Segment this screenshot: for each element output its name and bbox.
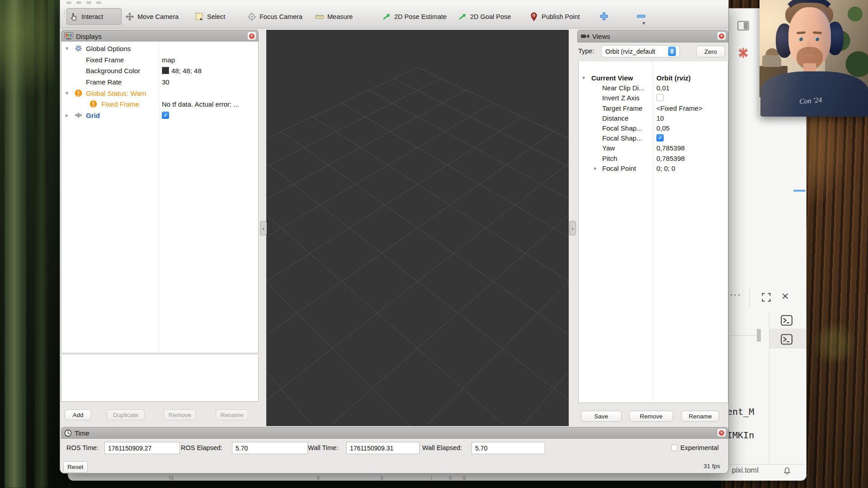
view-property-row[interactable]: ▾Current ViewOrbit (rviz) bbox=[579, 73, 728, 83]
webcam-overlay: Con '24 bbox=[760, 0, 868, 117]
view-property-value: 0,05 bbox=[656, 124, 670, 132]
expander-down-icon[interactable]: ▾ bbox=[66, 90, 68, 96]
tool-measure[interactable]: Measure bbox=[312, 8, 362, 25]
measure-icon bbox=[315, 12, 324, 21]
view-property-checkbox[interactable] bbox=[656, 94, 664, 101]
maximize-panel-icon[interactable] bbox=[761, 292, 771, 302]
time-field-input[interactable]: 5.70 bbox=[472, 442, 545, 454]
view-type-value: Orbit (rviz_default bbox=[602, 48, 668, 55]
rename-view-button[interactable]: Rename bbox=[682, 411, 719, 421]
tree-label: Fixed Frame bbox=[86, 56, 124, 63]
grid-plane bbox=[266, 30, 569, 426]
enabled-checkbox[interactable]: ✓ bbox=[162, 112, 169, 119]
views-panel-header[interactable]: Views ✕ bbox=[577, 30, 728, 42]
view-property-row[interactable]: Pitch0,785398 bbox=[579, 153, 728, 163]
tool-add-tool[interactable] bbox=[595, 10, 613, 23]
blue-accent-dash bbox=[793, 190, 806, 192]
expander-right-icon[interactable]: ▸ bbox=[594, 165, 597, 171]
view-property-row[interactable]: Focal Shap...0,05 bbox=[579, 123, 728, 133]
view-property-row[interactable]: Target Frame<Fixed Frame> bbox=[579, 103, 728, 113]
tool-label: 2D Goal Pose bbox=[470, 13, 511, 20]
close-icon: ✕ bbox=[719, 430, 724, 436]
plus-icon bbox=[599, 12, 609, 21]
expander-down-icon[interactable]: ▾ bbox=[582, 75, 585, 81]
hide-left-panel-chevron[interactable]: ‹ bbox=[260, 221, 267, 235]
add-display-button[interactable]: Add bbox=[65, 410, 91, 420]
tree-row[interactable]: ▾Global Status: Warn bbox=[61, 87, 258, 99]
tool-publish-point[interactable]: Publish Point bbox=[527, 8, 584, 25]
view-property-value: 0,785398 bbox=[656, 154, 685, 162]
tree-row[interactable]: Fixed Framemap bbox=[61, 54, 258, 66]
close-icon: ✕ bbox=[719, 33, 724, 39]
view-property-checkbox[interactable]: ✓ bbox=[656, 134, 664, 141]
views-close-button[interactable]: ✕ bbox=[717, 32, 726, 40]
editor-divider bbox=[769, 311, 769, 464]
rename-display-button: Rename bbox=[216, 410, 248, 420]
close-panel-icon[interactable]: ✕ bbox=[781, 291, 789, 302]
expander-right-icon[interactable]: ▸ bbox=[66, 112, 68, 118]
panel-divider bbox=[749, 288, 750, 308]
view-property-row[interactable]: Focal Shap...✓ bbox=[579, 133, 728, 143]
time-field-input[interactable]: 1761150909.27 bbox=[104, 442, 180, 454]
warm-light-overlay bbox=[760, 0, 868, 117]
tree-row[interactable]: Frame Rate30 bbox=[61, 76, 258, 88]
view-property-label: Pitch bbox=[602, 154, 617, 162]
scrollbar-thumb[interactable] bbox=[757, 329, 761, 342]
tree-row[interactable]: Fixed FrameNo tf data. Actual error: ... bbox=[61, 99, 258, 110]
tool-2d-goal-pose[interactable]: 2D Goal Pose bbox=[455, 8, 514, 25]
rviz-window: ⋮⋮ InteractMove CameraSelectFocus Camera… bbox=[60, 0, 729, 474]
3d-viewport[interactable] bbox=[266, 30, 569, 426]
view-type-dropdown[interactable]: Orbit (rviz_default bbox=[602, 46, 679, 57]
view-property-value: 0; 0; 0 bbox=[656, 164, 675, 172]
views-list: ▾Current ViewOrbit (rviz)Near Clip Di...… bbox=[578, 61, 728, 403]
titlebar-mark bbox=[86, 1, 91, 4]
tree-row[interactable]: ▾Global Options bbox=[61, 43, 258, 54]
tree-row[interactable]: Background Color48; 48; 48 bbox=[61, 65, 258, 76]
toolbar-overflow-chevron-icon[interactable]: ▾ bbox=[642, 20, 645, 26]
tool-select[interactable]: Select bbox=[192, 8, 236, 25]
time-panel-header[interactable]: Time ✕ bbox=[61, 427, 728, 439]
time-field-input[interactable]: 5.70 bbox=[232, 442, 308, 454]
tree-row[interactable]: ▸Grid✓ bbox=[61, 110, 258, 121]
bell-icon[interactable] bbox=[783, 467, 791, 475]
time-field-input[interactable]: 1761150909.31 bbox=[346, 442, 420, 454]
extension-asterisk-icon[interactable] bbox=[737, 47, 749, 59]
tree-label: Frame Rate bbox=[86, 78, 122, 86]
reset-button[interactable]: Reset bbox=[64, 462, 87, 472]
experimental-checkbox[interactable] bbox=[671, 445, 678, 451]
displays-close-button[interactable]: ✕ bbox=[248, 32, 256, 40]
tool-remove-tool[interactable] bbox=[632, 10, 650, 23]
terminal-icon[interactable] bbox=[781, 315, 793, 326]
terminal-icon[interactable] bbox=[781, 334, 793, 345]
more-actions-icon[interactable]: ··· bbox=[730, 289, 741, 300]
sidebar-layout-icon[interactable] bbox=[737, 21, 749, 31]
expander-down-icon[interactable]: ▾ bbox=[66, 45, 68, 52]
view-property-row[interactable]: Invert Z Axis bbox=[579, 93, 728, 103]
view-property-label: Near Clip Di... bbox=[602, 84, 644, 92]
tool-interact[interactable]: Interact bbox=[66, 8, 122, 25]
zero-button[interactable]: Zero bbox=[697, 46, 725, 57]
moss-highlight bbox=[0, 0, 54, 117]
hide-right-panel-chevron[interactable]: › bbox=[569, 221, 576, 235]
monitor-icon bbox=[64, 32, 73, 40]
displays-panel-header[interactable]: Displays ✕ bbox=[61, 30, 259, 42]
statusbar-filename[interactable]: pixi.toml bbox=[732, 466, 759, 474]
view-property-row[interactable]: Yaw0,785398 bbox=[579, 143, 728, 153]
tool-move-camera[interactable]: Move Camera bbox=[123, 8, 184, 25]
tool-focus-camera[interactable]: Focus Camera bbox=[245, 8, 308, 25]
tool-2d-pose-estimate[interactable]: 2D Pose Estimate bbox=[379, 8, 445, 25]
time-field-label: ROS Elapsed: bbox=[181, 444, 222, 451]
view-property-row[interactable]: ▸Focal Point0; 0; 0 bbox=[579, 163, 728, 173]
window-titlebar[interactable] bbox=[60, 0, 728, 5]
view-property-row[interactable]: Distance10 bbox=[579, 113, 728, 123]
tree-value: No tf data. Actual error: ... bbox=[162, 100, 239, 108]
tool-label: Interact bbox=[81, 13, 103, 20]
time-close-button[interactable]: ✕ bbox=[717, 429, 726, 436]
remove-view-button[interactable]: Remove bbox=[630, 411, 673, 421]
time-field-label: Wall Elapsed: bbox=[422, 444, 462, 451]
minus-icon bbox=[637, 12, 646, 21]
view-property-row[interactable]: Near Clip Di...0,01 bbox=[579, 83, 728, 93]
save-view-button[interactable]: Save bbox=[581, 411, 621, 421]
statusbar-divider bbox=[727, 464, 806, 465]
breadcrumb-fragment: tg bbox=[169, 474, 174, 481]
